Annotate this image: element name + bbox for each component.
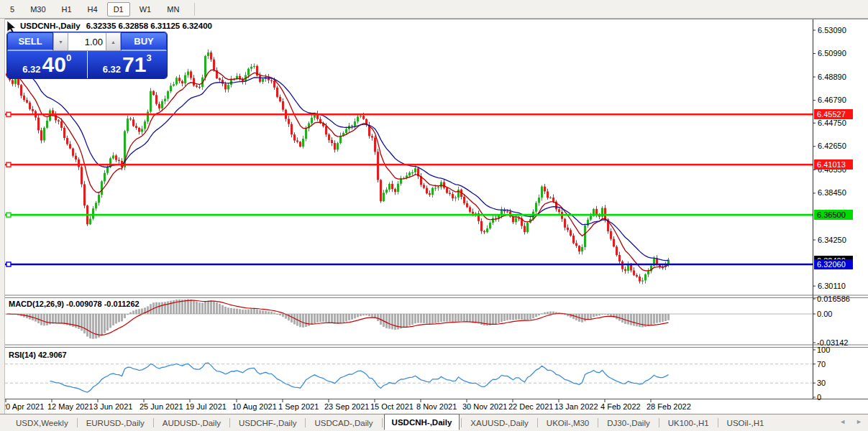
volume-decrease-button[interactable]: ▼ <box>53 32 68 51</box>
price-axis-tick: 6.53090 <box>818 26 846 35</box>
tab-separator <box>718 418 718 427</box>
macd-label: MACD(12,26,9) -0.009078 -0.011262 <box>9 300 140 308</box>
buy-price-point: 3 <box>146 52 151 63</box>
chart-tab-usoil-h1[interactable]: USOil-,H1 <box>720 417 772 430</box>
resistance-line-1-handle[interactable] <box>6 112 11 116</box>
timeframe-button-m30[interactable]: M30 <box>24 2 52 17</box>
timeframe-button-h1[interactable]: H1 <box>55 2 78 17</box>
timeframe-button-h4[interactable]: H4 <box>81 2 104 17</box>
one-click-trading-panel: SELL ▼ 1.00 ▲ BUY 6.32 40 0 6.32 71 3 <box>7 32 167 78</box>
price-axis-tick: 6.30110 <box>818 282 846 291</box>
price-axis-tick: 6.42650 <box>818 142 846 151</box>
price-axis-tick: 6.34250 <box>818 236 846 245</box>
price-axis-tick: 6.38450 <box>818 188 846 198</box>
timeframe-button-w1[interactable]: W1 <box>133 2 158 17</box>
date-axis-label: 13 Jan 2022 <box>554 402 598 411</box>
chart-tab-eurusd-daily[interactable]: EURUSD-,Daily <box>79 417 152 430</box>
rsi-axis-tick: 70 <box>817 360 826 369</box>
chart-symbol-label: USDCNH-,Daily <box>20 22 81 30</box>
left-window-strip <box>0 19 5 414</box>
chart-tab-audusd-daily[interactable]: AUDUSD-,Daily <box>155 417 228 430</box>
chart-tab-uk100-h1[interactable]: UK100-,H1 <box>661 417 716 430</box>
timeframe-button-d1[interactable]: D1 <box>107 2 130 17</box>
sell-price-point: 0 <box>66 52 71 63</box>
sell-button[interactable]: SELL <box>7 32 53 51</box>
resistance-line-2-handle[interactable] <box>6 162 11 167</box>
date-axis-label: 3 Jun 2021 <box>93 402 132 411</box>
tab-scroll-right-icon[interactable]: ► <box>856 418 862 425</box>
tab-separator <box>229 418 230 427</box>
chart-tab-ukoil-m30[interactable]: UKOil-,M30 <box>539 417 596 430</box>
price-axis-tick: 6.44750 <box>818 119 846 128</box>
support-line-blue-handle[interactable] <box>6 262 11 267</box>
price-axis-tick: 6.46790 <box>818 96 846 105</box>
chart-tab-xauusd-daily[interactable]: XAUUSD-,Daily <box>463 417 536 430</box>
date-axis-label: 25 Jun 2021 <box>140 402 183 411</box>
date-axis-label: 23 Sep 2021 <box>324 402 369 411</box>
chart-ohlc-values: 6.32335 6.32858 6.31125 6.32400 <box>86 22 212 30</box>
tab-scroll-arrows: ◄ ► <box>839 418 862 425</box>
date-axis-label: 19 Jul 2021 <box>186 402 227 411</box>
price-axis-tick: 6.48890 <box>818 73 846 82</box>
buy-price-pips: 71 <box>122 51 146 78</box>
chart-tab-bar: USDX,WeeklyEURUSD-,DailyAUDUSD-,DailyUSD… <box>0 414 868 431</box>
tab-separator <box>537 418 538 427</box>
rsi-axis-tick: 100 <box>817 346 830 354</box>
chart-title: USDCNH-,Daily6.32335 6.32858 6.31125 6.3… <box>20 22 212 30</box>
rsi-axis-tick: 0 <box>817 393 821 402</box>
date-axis-label: 20 Apr 2021 <box>1 402 44 411</box>
timeframe-button-mn[interactable]: MN <box>160 2 186 17</box>
buy-price-prefix: 6.32 <box>103 64 121 75</box>
resistance-line-1-price-label: 6.45527 <box>814 109 853 119</box>
macd-axis-tick: 0.016586 <box>817 295 850 303</box>
sell-price-prefix: 6.32 <box>22 64 40 75</box>
date-axis-label: 15 Oct 2021 <box>370 402 414 411</box>
rsi-axis-tick: 30 <box>817 379 826 387</box>
chart-tab-usdcad-daily[interactable]: USDCAD-,Daily <box>307 417 380 430</box>
sell-price-pips: 40 <box>42 51 66 78</box>
macd-axis-tick: 0.00 <box>817 310 832 318</box>
date-axis-label: 8 Nov 2021 <box>416 402 457 411</box>
support-line-green-handle[interactable] <box>6 213 11 217</box>
timeframe-toolbar: 5M30H1H4D1W1MN <box>0 0 868 19</box>
tab-scroll-left-icon[interactable]: ◄ <box>839 418 846 425</box>
toolbar-separator <box>194 3 195 16</box>
support-line-green-price-label: 6.36500 <box>814 210 853 220</box>
tab-separator <box>659 418 659 427</box>
tab-separator <box>305 418 306 427</box>
date-axis-label: 1 Sep 2021 <box>278 402 319 411</box>
timeframe-button-5[interactable]: 5 <box>4 2 21 17</box>
date-axis-label: 30 Nov 2021 <box>462 402 507 411</box>
sell-price-display[interactable]: 6.32 40 0 <box>7 51 88 78</box>
chevron-down-icon: ▼ <box>58 40 63 45</box>
buy-price-display[interactable]: 6.32 71 3 <box>88 51 168 78</box>
rsi-name: RSI(14) <box>9 351 36 359</box>
volume-input[interactable]: 1.00 <box>68 32 106 51</box>
date-axis-label: 10 Aug 2021 <box>232 402 277 411</box>
date-axis-label: 22 Dec 2021 <box>508 402 553 411</box>
macd-name: MACD(12,26,9) <box>9 300 64 308</box>
chart-tab-usdchf-daily[interactable]: USDCHF-,Daily <box>232 417 304 430</box>
tab-separator <box>382 418 383 427</box>
buy-button[interactable]: BUY <box>121 32 167 51</box>
chart-tab-dj30-daily[interactable]: DJ30-,Daily <box>600 417 657 430</box>
tab-separator <box>461 418 462 427</box>
tab-separator <box>77 418 78 427</box>
macd-values: -0.009078 -0.011262 <box>66 300 140 308</box>
chart-tab-usdx-weekly[interactable]: USDX,Weekly <box>9 417 76 430</box>
support-line-blue-price-label: 6.32060 <box>814 259 853 269</box>
tab-separator <box>153 418 154 427</box>
tab-separator <box>598 418 598 427</box>
volume-increase-button[interactable]: ▲ <box>106 32 121 51</box>
rsi-label: RSI(14) 42.9067 <box>9 351 67 359</box>
chevron-up-icon: ▲ <box>111 40 116 45</box>
rsi-value: 42.9067 <box>38 351 67 359</box>
chart-tab-usdcnh-daily[interactable]: USDCNH-,Daily <box>384 414 460 430</box>
date-axis-label: 28 Feb 2022 <box>647 402 691 411</box>
date-axis-label: 4 Feb 2022 <box>600 402 641 411</box>
price-axis-tick: 6.50990 <box>818 49 846 58</box>
resistance-line-2-price-label: 6.41013 <box>814 159 853 170</box>
date-axis-label: 12 May 2021 <box>47 402 93 411</box>
